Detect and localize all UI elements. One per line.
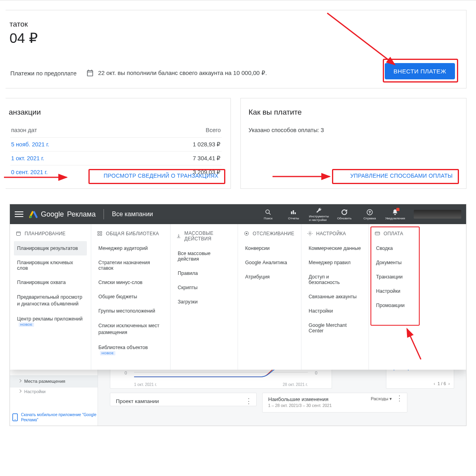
manage-payment-methods-button[interactable]: УПРАВЛЕНИЕ СПОСОБАМИ ОПЛАТЫ	[345, 169, 457, 183]
mega-head-label: МАССОВЫЕ ДЕЙСТВИЯ	[184, 230, 234, 242]
mega-head-label: ОБЩАЯ БИБЛИОТЕКА	[106, 231, 159, 236]
how-you-pay-card: Как вы платите Указано способов оплаты: …	[240, 98, 467, 189]
mega-item-performance-planner[interactable]: Планировщик результатов	[14, 241, 87, 255]
mega-item-access[interactable]: Доступ и безопасность	[305, 270, 365, 290]
mega-item-label: Центр рекламы приложений	[17, 316, 83, 322]
mega-item-app-ads-hub[interactable]: Центр рекламы приложений НОВОЕ	[14, 312, 87, 332]
table-row[interactable]: 5 нояб. 2021 г. 1 028,93 ₽	[10, 137, 222, 151]
how-you-pay-title: Как вы платите	[249, 108, 457, 117]
axis-left-zero: 0	[125, 370, 127, 375]
mega-item-keyword-planner[interactable]: Планировщик ключевых слов	[14, 255, 87, 275]
chart-x-end: 28 окт. 2021 г.	[283, 382, 308, 387]
header-tools-label: Инструменты и настройки	[309, 215, 329, 222]
mega-item-attribution[interactable]: Атрибуция	[242, 270, 297, 284]
biggest-changes-title: Наибольшие изменения	[268, 396, 332, 402]
mega-item-billing-transactions[interactable]: Транзакции	[373, 270, 418, 284]
mega-item-uploads[interactable]: Загрузки	[175, 295, 234, 309]
view-tx-details-button[interactable]: ПРОСМОТР СВЕДЕНИЙ О ТРАНЗАКЦИЯХ	[99, 169, 223, 183]
tx-amount: 1 028,93 ₽	[193, 141, 221, 148]
more-icon[interactable]: ⋮	[245, 399, 252, 403]
card-icon	[374, 230, 380, 236]
header-refresh[interactable]: Обновить	[334, 209, 354, 220]
svg-rect-22	[375, 232, 380, 235]
page-title: Все кампании	[112, 211, 153, 218]
mega-item-preferences[interactable]: Настройки	[305, 304, 365, 318]
expenses-dropdown[interactable]: Расходы ▾	[371, 396, 392, 401]
make-payment-button[interactable]: ВНЕСТИ ПЛАТЕЖ	[385, 63, 455, 79]
mega-head-library: ОБЩАЯ БИБЛИОТЕКА	[97, 230, 166, 236]
svg-point-21	[309, 233, 311, 234]
header-search[interactable]: Поиск	[258, 209, 278, 220]
menu-icon[interactable]	[15, 211, 23, 217]
mega-item-all-bulk[interactable]: Все массовые действия	[175, 246, 234, 266]
mega-item-negative-keywords[interactable]: Списки минус-слов	[95, 275, 166, 290]
mega-item-ad-preview[interactable]: Предварительный просмотр и диагностика о…	[14, 290, 87, 312]
header-refresh-label: Обновить	[337, 217, 351, 220]
svg-point-5	[30, 215, 32, 218]
total-col: Всего	[205, 127, 221, 133]
account-selector-redacted[interactable]	[414, 210, 461, 219]
header-notifications[interactable]: Уведомления	[385, 209, 405, 220]
mega-col-setup: НАСТРОЙКА Коммерческие данные Менеджер п…	[301, 224, 369, 370]
cards-row: анзакции пазон дат Всего 5 нояб. 2021 г.…	[6, 98, 466, 189]
download-app-link[interactable]: Скачать мобильное приложение "Google Рек…	[12, 412, 98, 422]
mega-item-label: Библиотека объектов	[98, 345, 148, 350]
mega-item-bid-strategies[interactable]: Стратегии назначения ставок	[95, 255, 166, 275]
svg-rect-16	[100, 232, 102, 233]
table-row[interactable]: 1 окт. 2021 г. 7 304,41 ₽	[10, 151, 222, 165]
last-payment-event: 22 окт. вы пополнили баланс своего аккау…	[98, 69, 267, 77]
mega-item-shared-budgets[interactable]: Общие бюджеты	[95, 290, 166, 304]
svg-rect-8	[291, 211, 292, 214]
axis-right-zero: 0	[315, 370, 317, 375]
svg-line-24	[407, 329, 421, 359]
balance-summary-card: таток 04 ₽ Платежи по предоплате 22 окт.…	[6, 10, 466, 88]
header-tools[interactable]: Инструменты и настройки	[309, 207, 329, 222]
tx-amount: 7 304,41 ₽	[193, 155, 221, 161]
payment-methods-count: Указано способов оплаты: 3	[249, 127, 457, 133]
google-ads-screenshot: Места размещения Настройки Скачать мобил…	[10, 204, 466, 426]
mega-item-rules[interactable]: Правила	[175, 266, 234, 280]
mega-item-business-data[interactable]: Коммерческие данные	[305, 241, 365, 255]
balance-amount: 04 ₽	[10, 30, 454, 46]
header-help[interactable]: ? Справка	[360, 209, 380, 220]
mega-item-policy-manager[interactable]: Менеджер правил	[305, 255, 365, 270]
mega-item-billing-settings[interactable]: Настройки	[373, 284, 418, 298]
mega-item-billing-documents[interactable]: Документы	[373, 255, 418, 270]
mega-item-location-groups[interactable]: Группы местоположений	[95, 304, 166, 318]
payments-area: таток 04 ₽ Платежи по предоплате 22 окт.…	[0, 0, 476, 189]
download-app-label: Скачать мобильное приложение "Google Рек…	[21, 412, 98, 422]
mega-item-merchant-center[interactable]: Google Merchant Center	[305, 318, 365, 338]
mega-head-bulk: МАССОВЫЕ ДЕЙСТВИЯ	[176, 230, 234, 242]
sidebar-item-settings[interactable]: Настройки	[10, 386, 98, 397]
mega-head-planning: ПЛАНИРОВАНИЕ	[15, 230, 87, 236]
tx-date: 5 нояб. 2021 г.	[11, 141, 49, 148]
mega-head-setup: НАСТРОЙКА	[307, 230, 365, 236]
mega-item-billing-promotions[interactable]: Промоакции	[373, 298, 418, 313]
chevron-right-icon[interactable]: ›	[448, 381, 450, 386]
mega-item-placement-exclusions[interactable]: Списки исключенных мест размещения	[95, 318, 166, 340]
tracking-icon	[244, 230, 250, 236]
transactions-columns: пазон дат Всего	[10, 127, 222, 133]
mega-item-billing-summary[interactable]: Сводка	[373, 241, 418, 255]
mega-col-tracking: ОТСЛЕЖИВАНИЕ Конверсии Google Аналитика …	[238, 224, 301, 370]
logo-text-google: Google	[41, 210, 64, 219]
mega-item-analytics[interactable]: Google Аналитика	[242, 255, 297, 270]
mega-item-scripts[interactable]: Скрипты	[175, 280, 234, 295]
svg-rect-15	[98, 232, 100, 233]
svg-text:?: ?	[369, 211, 371, 214]
chevron-left-icon[interactable]: ‹	[434, 381, 435, 386]
more-icon[interactable]: ⋮	[396, 396, 403, 401]
mega-item-conversions[interactable]: Конверсии	[242, 241, 297, 255]
mega-head-tracking: ОТСЛЕЖИВАНИЕ	[244, 230, 297, 236]
svg-rect-10	[295, 212, 296, 214]
biggest-changes-range: 1 – 28 окт. 2021/3 – 30 сент. 2021	[268, 403, 332, 408]
mega-item-audience-manager[interactable]: Менеджер аудиторий	[95, 241, 166, 255]
planning-icon	[15, 230, 21, 236]
mega-item-asset-library[interactable]: Библиотека объектов НОВОЕ	[95, 340, 166, 360]
header-reports[interactable]: Отчеты	[284, 209, 303, 220]
mega-item-reach-planner[interactable]: Планировщик охвата	[14, 275, 87, 290]
mega-item-linked-accounts[interactable]: Связанные аккаунты	[305, 290, 365, 304]
header-help-label: Справка	[363, 217, 376, 220]
annotation-arrow	[272, 169, 339, 184]
bulk-icon	[176, 233, 181, 239]
